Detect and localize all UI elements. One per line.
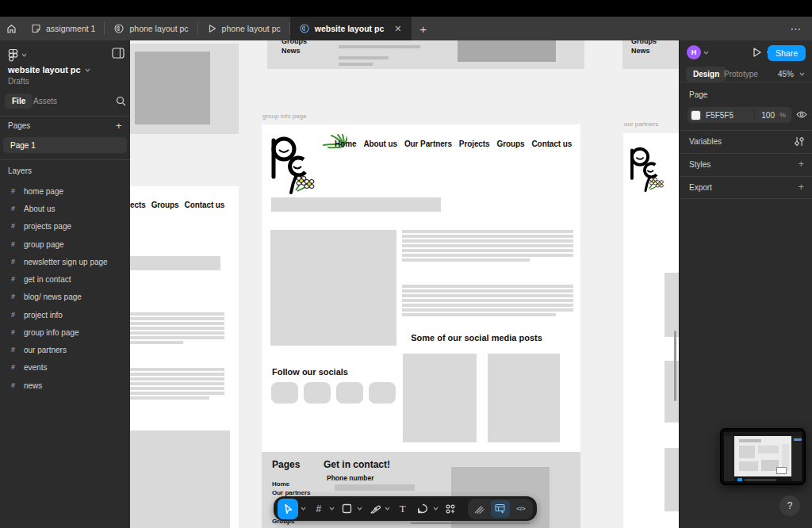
- social-posts-heading[interactable]: Some of our social media posts: [389, 333, 565, 342]
- chevron-down-icon[interactable]: [21, 53, 27, 57]
- tab-phone-layout-pc-1[interactable]: phone layout pc: [105, 17, 197, 40]
- home-button[interactable]: [0, 17, 22, 40]
- social-post-placeholder[interactable]: [403, 354, 477, 442]
- layer-item-our-partners[interactable]: #our partners: [0, 341, 130, 358]
- placeholder-text[interactable]: [402, 285, 573, 312]
- layer-item-news[interactable]: #news: [0, 377, 130, 394]
- export-section-label[interactable]: Export: [689, 183, 712, 192]
- canvas-object[interactable]: [130, 44, 239, 134]
- nav-item-contact-us[interactable]: Contact us: [532, 140, 573, 148]
- code-icon[interactable]: </>: [511, 500, 530, 518]
- layer-item-blog-news-page[interactable]: #blog/ news page: [0, 288, 130, 305]
- chevron-down-icon[interactable]: [85, 68, 90, 72]
- social-icon-placeholder[interactable]: [271, 382, 298, 404]
- styles-section-label[interactable]: Styles: [689, 160, 710, 169]
- footer-link[interactable]: Groups: [631, 40, 657, 45]
- phone-input-placeholder[interactable]: [335, 484, 415, 491]
- file-location[interactable]: Drafts: [8, 77, 29, 86]
- tab-assignment-1[interactable]: assignment 1: [22, 17, 105, 40]
- follow-socials-heading[interactable]: Follow our socials: [272, 367, 348, 377]
- add-export-button[interactable]: +: [798, 181, 804, 193]
- add-page-button[interactable]: +: [116, 120, 122, 132]
- social-icon-placeholder[interactable]: [369, 382, 396, 404]
- chevron-down-icon[interactable]: [385, 507, 390, 511]
- design-canvas[interactable]: ects Groups Contact us Groups News group…: [130, 40, 679, 528]
- visibility-eye-icon[interactable]: [796, 110, 807, 119]
- pen-tool-button[interactable]: [367, 499, 382, 518]
- layer-item-home-page[interactable]: #home page: [0, 182, 130, 200]
- tab-design[interactable]: Design: [686, 67, 726, 82]
- draw-tool-icon[interactable]: [470, 500, 489, 518]
- frame-partial-top-right-footer[interactable]: Groups News: [622, 40, 679, 69]
- nav-item-projects[interactable]: Projects: [459, 140, 490, 148]
- dev-mode-icon[interactable]: [491, 500, 510, 518]
- frame-label[interactable]: our partners: [624, 121, 658, 128]
- pc-logo[interactable]: [626, 136, 665, 198]
- layer-item-events[interactable]: #events: [0, 358, 130, 376]
- help-button[interactable]: ?: [779, 495, 800, 516]
- toggle-panel-icon[interactable]: [112, 48, 124, 59]
- footer-link[interactable]: News: [282, 47, 301, 55]
- tab-website-layout-pc[interactable]: website layout pc ✕: [290, 17, 412, 40]
- frame-group-info-page[interactable]: Home About us Our Partners Projects Grou…: [262, 124, 580, 528]
- frame-label[interactable]: group info page: [262, 113, 307, 120]
- placeholder-box[interactable]: [665, 273, 679, 337]
- add-style-button[interactable]: +: [798, 158, 804, 170]
- footer-contact-heading[interactable]: Get in contact!: [324, 459, 390, 470]
- placeholder-box[interactable]: [665, 448, 679, 511]
- frame-tool-button[interactable]: #: [311, 499, 326, 518]
- screen-preview-thumbnail[interactable]: [720, 428, 806, 485]
- layer-item-about-us[interactable]: #About us: [0, 200, 130, 217]
- text-tool-button[interactable]: T: [395, 499, 410, 518]
- tab-prototype[interactable]: Prototype: [724, 70, 758, 78]
- variables-section-label[interactable]: Variables: [689, 137, 722, 146]
- chevron-down-icon[interactable]: [329, 507, 335, 511]
- social-icon-placeholder[interactable]: [304, 382, 331, 404]
- layer-item-group-page[interactable]: #group page: [0, 235, 130, 253]
- social-icon-placeholder[interactable]: [336, 382, 363, 404]
- footer-link[interactable]: Our partners: [272, 489, 310, 496]
- frame-partial-top-footer[interactable]: Groups News: [267, 40, 584, 69]
- page-item-page-1[interactable]: Page 1: [3, 137, 127, 153]
- nav-item[interactable]: Contact us: [185, 201, 225, 209]
- chevron-down-icon[interactable]: [799, 72, 805, 76]
- zoom-level[interactable]: 45%: [778, 70, 794, 78]
- variables-icon[interactable]: [795, 136, 804, 147]
- layer-item-newsletter[interactable]: #newsletter sign up page: [0, 253, 130, 270]
- layer-item-projects-page[interactable]: #projects page: [0, 217, 130, 235]
- move-tool-button[interactable]: [278, 499, 298, 519]
- more-options-button[interactable]: ⋯: [780, 17, 812, 40]
- nav-item[interactable]: ects: [130, 201, 146, 209]
- avatar[interactable]: H: [687, 45, 701, 59]
- footer-link[interactable]: Home: [272, 480, 289, 488]
- file-name[interactable]: website layout pc: [8, 65, 81, 75]
- layer-item-get-in-contact[interactable]: #get in contact: [0, 270, 130, 288]
- tab-file[interactable]: File: [5, 94, 33, 109]
- nav-item-groups[interactable]: Groups: [497, 140, 525, 148]
- layer-item-group-info-page[interactable]: #group info page: [0, 323, 130, 341]
- placeholder-text[interactable]: [402, 230, 573, 257]
- share-button[interactable]: Share: [768, 45, 806, 61]
- tab-phone-layout-pc-2[interactable]: phone layout pc: [198, 17, 290, 40]
- chevron-down-icon[interactable]: [433, 507, 439, 511]
- canvas-scrollbar[interactable]: [674, 331, 676, 401]
- pc-logo[interactable]: [266, 129, 316, 196]
- search-icon[interactable]: [116, 96, 126, 106]
- placeholder-box[interactable]: [665, 361, 679, 423]
- phone-number-label[interactable]: Phone number: [327, 474, 374, 482]
- main-menu-button[interactable]: [8, 48, 18, 62]
- actions-tool-button[interactable]: [443, 499, 458, 518]
- chevron-down-icon[interactable]: [301, 507, 306, 511]
- close-tab-icon[interactable]: ✕: [394, 24, 401, 34]
- social-post-placeholder[interactable]: [488, 354, 560, 442]
- color-opacity-value[interactable]: 100: [761, 111, 775, 120]
- chevron-down-icon[interactable]: [703, 51, 709, 55]
- comment-tool-button[interactable]: [415, 499, 430, 518]
- new-tab-button[interactable]: +: [412, 17, 435, 40]
- frame-our-partners[interactable]: [623, 133, 679, 528]
- color-swatch[interactable]: [691, 110, 701, 121]
- color-hex-value[interactable]: F5F5F5: [706, 111, 733, 120]
- placeholder-image[interactable]: [270, 230, 396, 346]
- page-color-control[interactable]: F5F5F5 100 %: [688, 107, 791, 123]
- layer-item-project-info[interactable]: #project info: [0, 306, 130, 323]
